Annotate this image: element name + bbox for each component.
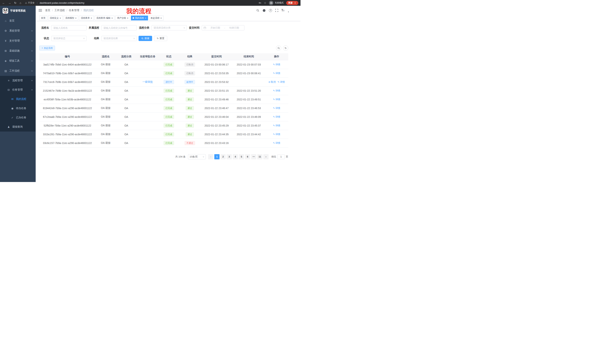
- category-select[interactable]: 请选择流程分类 ∨: [151, 25, 187, 30]
- sidebar-item-task-management[interactable]: ⊟ 任务管理 ∧: [0, 85, 36, 95]
- page-size-select[interactable]: 10条/页 ∨: [188, 154, 206, 159]
- cancel-link[interactable]: ⊘取消: [268, 80, 276, 84]
- font-size-icon[interactable]: TT: [281, 9, 284, 12]
- prev-page-button[interactable]: ‹: [208, 154, 213, 159]
- close-icon[interactable]: ×: [145, 17, 146, 19]
- sidebar-item-process-management[interactable]: ≡ 流程管理 ∨: [0, 76, 36, 85]
- tab-my-process[interactable]: 我的流程 ×: [131, 16, 148, 20]
- tab-process-definition[interactable]: 流程定义 ×: [48, 16, 63, 20]
- tab-home[interactable]: 首页: [39, 16, 47, 20]
- cell-actions: ✎详情: [265, 60, 288, 69]
- detail-link[interactable]: ✎详情: [273, 63, 280, 66]
- end-date-placeholder[interactable]: 结束日期: [226, 26, 242, 29]
- result-select[interactable]: 请选择流结果 ∨: [101, 36, 137, 41]
- detail-link[interactable]: ✎详情: [273, 89, 280, 92]
- cell-current-task: [137, 121, 159, 130]
- page-button-5[interactable]: 5: [239, 154, 244, 159]
- detail-link[interactable]: ✎详情: [278, 80, 285, 84]
- help-icon[interactable]: ?: [269, 9, 272, 12]
- breadcrumb-workflow[interactable]: 工作流程: [54, 9, 65, 12]
- browser-menu-icon[interactable]: ⋮: [294, 2, 296, 4]
- breadcrumb-home[interactable]: 首页: [45, 9, 50, 12]
- close-icon[interactable]: ×: [75, 17, 77, 19]
- search-icon[interactable]: [256, 9, 259, 12]
- incognito-badge[interactable]: 无痕模式: [269, 1, 284, 5]
- menu-label: 首页: [9, 19, 33, 22]
- close-icon[interactable]: ×: [127, 17, 128, 19]
- detail-link[interactable]: ✎详情: [273, 115, 280, 119]
- reset-button[interactable]: ↻ 重置: [154, 36, 167, 41]
- more-pages-button[interactable]: ⋯: [251, 154, 256, 159]
- breadcrumb-task-management[interactable]: 任务管理: [69, 9, 79, 12]
- cell-name: OA 请假: [95, 130, 116, 139]
- search-button[interactable]: 搜索: [139, 36, 152, 41]
- date-range-picker[interactable]: 开始日期 - 结束日期: [202, 25, 244, 30]
- forward-icon[interactable]: →: [8, 1, 11, 4]
- hamburger-icon[interactable]: [39, 9, 42, 12]
- start-date-placeholder[interactable]: 开始日期: [207, 26, 224, 29]
- page-button-1[interactable]: 1: [214, 154, 220, 159]
- sidebar-item-system[interactable]: ⚙ 系统管理 ∨: [0, 26, 36, 36]
- tab-user-group[interactable]: 用户分组 ×: [115, 16, 130, 20]
- back-icon[interactable]: ←: [2, 1, 5, 4]
- detail-link[interactable]: ✎详情: [273, 98, 280, 101]
- next-page-button[interactable]: ›: [263, 154, 269, 159]
- close-icon[interactable]: ×: [60, 17, 61, 19]
- detail-link[interactable]: ✎详情: [273, 106, 280, 110]
- process-name-input[interactable]: [51, 25, 87, 30]
- tab-start-process[interactable]: 发起流程 ×: [149, 16, 164, 20]
- refresh-table-button[interactable]: ↻: [283, 46, 288, 51]
- url-text[interactable]: dashboard.yudao.iocoder.cn/bpm/task/my: [40, 1, 84, 4]
- sidebar-item-devtools[interactable]: ◈ 研发工具 ∨: [0, 56, 36, 66]
- status-select[interactable]: 请选择状态 ∨: [51, 36, 87, 41]
- tab-process-form-edit[interactable]: 流程表单-编辑 ×: [95, 16, 115, 20]
- tab-process-form[interactable]: 流程表单 ×: [79, 16, 94, 20]
- detail-link[interactable]: ✎详情: [273, 133, 280, 136]
- sidebar-item-leave-query[interactable]: ♟ 请假查询: [0, 122, 36, 132]
- detail-label: 详情: [275, 72, 280, 75]
- cell-category: OA: [116, 60, 137, 69]
- process-definition-input[interactable]: [101, 25, 137, 30]
- key-icon[interactable]: [259, 1, 261, 4]
- cell-end-time: [232, 77, 265, 86]
- sidebar-item-done-tasks[interactable]: ✓ 已办任务: [0, 113, 36, 122]
- page-button-4[interactable]: 4: [233, 154, 238, 159]
- sidebar-item-workflow[interactable]: ▤ 工作流程 ∧: [0, 66, 36, 76]
- cell-current-task: 一级审批: [137, 77, 159, 86]
- close-icon[interactable]: ×: [91, 17, 92, 19]
- page-button-11[interactable]: 11: [257, 154, 262, 159]
- sidebar-item-home[interactable]: ⌂ 首页: [0, 16, 36, 26]
- bookmark-star-icon[interactable]: ☆: [264, 1, 266, 4]
- page-jump-input[interactable]: [277, 154, 285, 159]
- detail-link[interactable]: ✎详情: [273, 141, 280, 145]
- fullscreen-icon[interactable]: [275, 9, 278, 12]
- tab-process-model[interactable]: 流程模型 ×: [64, 16, 78, 20]
- page-button-3[interactable]: 3: [227, 154, 232, 159]
- current-task-link[interactable]: 一级审批: [142, 80, 153, 83]
- home-icon[interactable]: ⌂: [20, 1, 21, 4]
- detail-link[interactable]: ✎详情: [273, 72, 280, 75]
- gear-icon: ⚙: [4, 29, 7, 32]
- result-badge: 通过: [186, 97, 194, 102]
- cell-end-time: 2022-01-22 23:51:20: [232, 86, 265, 95]
- show-search-button[interactable]: [276, 46, 281, 51]
- start-process-button[interactable]: + 发起流程: [39, 46, 55, 50]
- breadcrumb-separator: /: [67, 9, 67, 12]
- close-icon[interactable]: ×: [111, 17, 113, 19]
- url-bar[interactable]: ⚠ 不安全 | dashboard.yudao.iocoder.cn/bpm/t…: [25, 1, 259, 4]
- page-button-6[interactable]: 6: [245, 154, 250, 159]
- update-button[interactable]: 更新 ⋮: [286, 1, 298, 5]
- sidebar-item-todo-tasks[interactable]: ◉ 待办任务: [0, 104, 36, 113]
- reload-icon[interactable]: ↻: [14, 1, 17, 4]
- close-icon[interactable]: ×: [160, 17, 162, 19]
- github-icon[interactable]: [262, 9, 266, 12]
- sidebar-item-infrastructure[interactable]: ⊞ 基础设施 ∨: [0, 46, 36, 56]
- security-warning[interactable]: ⚠ 不安全: [25, 1, 35, 4]
- sidebar-item-my-process[interactable]: ✉ 我的流程: [0, 95, 36, 104]
- menu-label: 工作流程: [9, 69, 31, 73]
- detail-link[interactable]: ✎详情: [273, 124, 280, 127]
- page-button-2[interactable]: 2: [220, 154, 226, 159]
- edit-icon: ✎: [273, 72, 275, 74]
- sidebar-item-payment[interactable]: ¥ 支付管理 ∨: [0, 36, 36, 46]
- app-logo[interactable]: 芋道管理系统: [0, 6, 36, 16]
